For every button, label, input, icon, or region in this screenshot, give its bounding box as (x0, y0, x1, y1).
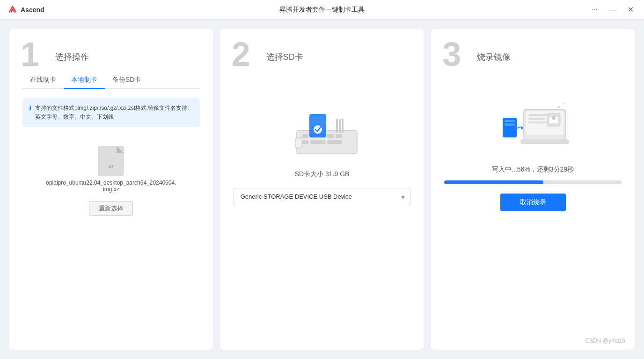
reselect-button[interactable]: 重新选择 (89, 201, 133, 216)
ascend-logo-icon (7, 5, 18, 15)
panel-burn: 3 烧录镜像 (431, 29, 635, 350)
info-box: ℹ 支持的文件格式:.img/.zip/.iso/.gz/.xz/.zst格式,… (22, 98, 200, 127)
burn-status-text: 写入中...56%，还剩3分29秒 (444, 165, 622, 174)
step1-title: 选择操作 (55, 51, 200, 63)
progress-bar (444, 180, 622, 184)
device-selector-wrap: Generic STORAGE DEVICE USB Device ▾ (234, 188, 411, 205)
cancel-burn-button[interactable]: 取消烧录 (500, 194, 566, 211)
svg-rect-7 (327, 134, 334, 138)
operation-tabs: 在线制卡 本地制卡 备份SD卡 (22, 72, 200, 89)
file-icon: xz (98, 146, 124, 176)
burn-illustration (444, 81, 622, 156)
device-selector[interactable]: Generic STORAGE DEVICE USB Device (234, 188, 411, 205)
info-icon: ℹ (29, 104, 31, 112)
titlebar: Ascend 昇腾开发者套件一键制卡工具 ··· — ✕ (0, 0, 644, 20)
svg-rect-31 (505, 123, 515, 126)
svg-rect-19 (342, 119, 344, 133)
step3-title: 烧录镜像 (477, 51, 622, 63)
svg-rect-8 (336, 134, 342, 138)
burn-illustration-icon (493, 81, 573, 156)
close-button[interactable]: ✕ (625, 4, 637, 15)
sd-size-label: SD卡大小 31.9 GB (234, 170, 411, 179)
logo: Ascend (7, 5, 44, 15)
step2-number: 2 (232, 37, 250, 71)
file-icon-svg (98, 146, 124, 176)
logo-text: Ascend (21, 6, 44, 14)
svg-rect-23 (528, 118, 545, 120)
svg-point-16 (314, 125, 322, 134)
window-controls: ··· — ✕ (589, 4, 637, 15)
file-area: xz opiaipro_ubuntu22.04_desktop_aarch64_… (22, 146, 200, 216)
file-ext-label: xz (109, 164, 114, 169)
svg-rect-12 (295, 138, 302, 148)
sd-card-illustration-icon (282, 86, 362, 161)
svg-rect-11 (327, 140, 342, 144)
step1-number: 1 (21, 37, 39, 71)
svg-rect-14 (311, 116, 324, 119)
step2-title: 选择SD卡 (266, 51, 411, 63)
svg-rect-17 (336, 119, 338, 133)
svg-rect-30 (505, 120, 515, 122)
svg-point-28 (552, 116, 556, 120)
minimize-button[interactable]: — (606, 4, 619, 15)
info-text: 支持的文件格式:.img/.zip/.iso/.gz/.xz/.zst格式,镜像… (35, 104, 193, 122)
panel-select-sd: 2 选择SD卡 (220, 29, 424, 350)
panel-select-operation: 1 选择操作 在线制卡 本地制卡 备份SD卡 ℹ 支持的文件格式:.img/.z… (9, 29, 213, 350)
svg-point-34 (563, 103, 564, 105)
step3-number: 3 (442, 37, 461, 71)
watermark-text: CSDN @yma16 (585, 337, 625, 344)
progress-bar-fill (444, 180, 543, 184)
svg-rect-18 (339, 119, 341, 133)
svg-rect-4 (302, 134, 308, 138)
svg-marker-32 (521, 126, 524, 129)
svg-rect-10 (310, 140, 325, 144)
svg-point-33 (557, 106, 560, 108)
sd-illustration (234, 86, 411, 161)
svg-rect-9 (302, 140, 308, 144)
more-button[interactable]: ··· (589, 4, 600, 15)
window-title: 昇腾开发者套件一键制卡工具 (279, 6, 365, 14)
svg-rect-24 (528, 122, 548, 123)
svg-rect-15 (311, 121, 324, 123)
svg-rect-2 (98, 146, 117, 176)
tab-local[interactable]: 本地制卡 (64, 72, 105, 89)
svg-rect-25 (520, 139, 569, 144)
file-name-label: opiaipro_ubuntu22.04_desktop_aarch64_202… (45, 180, 176, 193)
tab-backup[interactable]: 备份SD卡 (105, 72, 148, 89)
main-content: 1 选择操作 在线制卡 本地制卡 备份SD卡 ℹ 支持的文件格式:.img/.z… (0, 20, 644, 359)
tab-online[interactable]: 在线制卡 (22, 72, 64, 89)
